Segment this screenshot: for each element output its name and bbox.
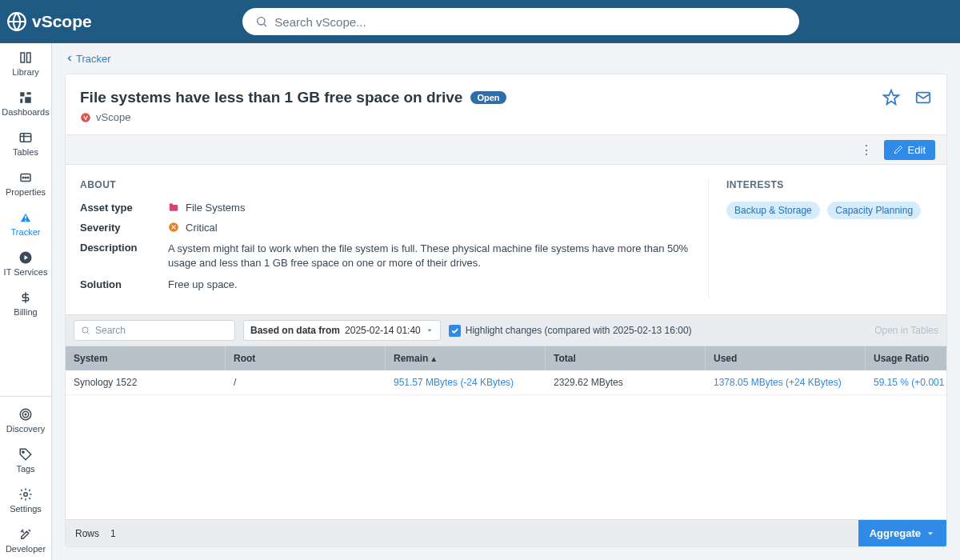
interest-chip[interactable]: Capacity Planning bbox=[827, 202, 921, 219]
subtitle: vScope bbox=[80, 111, 506, 123]
play-icon bbox=[18, 250, 33, 265]
edit-button[interactable]: Edit bbox=[884, 140, 935, 160]
global-search[interactable] bbox=[242, 8, 799, 35]
table-body: Synology 1522 / 951.57 MBytes (-24 KByte… bbox=[66, 370, 946, 519]
global-search-input[interactable] bbox=[274, 15, 786, 29]
app-logo[interactable]: vScope bbox=[6, 11, 92, 32]
svg-rect-6 bbox=[20, 98, 22, 102]
chevron-down-icon bbox=[926, 529, 935, 538]
toolbar: ⋮ Edit bbox=[66, 134, 946, 165]
cell-root: / bbox=[226, 370, 386, 394]
tools-icon bbox=[18, 527, 33, 542]
nav-properties[interactable]: Properties bbox=[0, 163, 51, 203]
svg-rect-7 bbox=[25, 97, 31, 103]
radar-icon bbox=[18, 407, 33, 422]
svg-rect-5 bbox=[27, 92, 31, 94]
critical-icon bbox=[168, 222, 179, 233]
library-icon bbox=[18, 50, 33, 65]
nav-dashboards[interactable]: Dashboards bbox=[0, 83, 51, 123]
breadcrumb[interactable]: Tracker bbox=[52, 43, 960, 74]
description-value: A system might fail to work when the fil… bbox=[168, 242, 689, 270]
chevron-left-icon bbox=[65, 54, 74, 63]
main-content: Tracker File systems have less than 1 GB… bbox=[52, 43, 960, 560]
tags-icon bbox=[18, 447, 33, 462]
tables-icon bbox=[18, 130, 33, 145]
dollar-icon bbox=[18, 290, 33, 305]
status-badge: Open bbox=[470, 91, 506, 104]
col-root[interactable]: Root bbox=[226, 346, 386, 370]
aggregate-button[interactable]: Aggregate bbox=[858, 520, 946, 547]
description-key: Description bbox=[80, 242, 168, 270]
solution-value: Free up space. bbox=[168, 278, 689, 290]
open-in-tables-link[interactable]: Open in Tables bbox=[874, 325, 938, 336]
nav-tags[interactable]: Tags bbox=[0, 440, 51, 480]
table-search[interactable] bbox=[74, 320, 235, 341]
folder-icon bbox=[168, 202, 179, 213]
rows-label: Rows bbox=[75, 528, 99, 539]
search-icon bbox=[81, 326, 90, 335]
nav-discovery[interactable]: Discovery bbox=[0, 400, 51, 440]
properties-icon bbox=[18, 170, 33, 185]
svg-rect-8 bbox=[20, 133, 31, 142]
data-date-select[interactable]: Based on data from 2025-02-14 01:40 bbox=[243, 320, 441, 341]
svg-point-11 bbox=[25, 177, 26, 178]
cell-used: 1378.05 MBytes (+24 KBytes) bbox=[706, 370, 866, 394]
top-bar: vScope bbox=[0, 0, 960, 43]
highlight-changes-checkbox[interactable]: Highlight changes (compared with 2025-02… bbox=[449, 325, 692, 337]
col-remain[interactable]: Remain▲ bbox=[386, 346, 546, 370]
solution-key: Solution bbox=[80, 278, 168, 290]
asset-type-value: File Systems bbox=[186, 202, 245, 214]
nav-tracker[interactable]: Tracker bbox=[0, 203, 51, 243]
col-total[interactable]: Total bbox=[546, 346, 706, 370]
checkbox-icon bbox=[449, 325, 461, 337]
severity-key: Severity bbox=[80, 222, 168, 234]
about-label: ABOUT bbox=[80, 179, 689, 190]
search-icon bbox=[255, 15, 268, 28]
app-name: vScope bbox=[32, 12, 92, 31]
svg-rect-2 bbox=[21, 53, 25, 62]
pencil-icon bbox=[894, 145, 903, 154]
col-system[interactable]: System bbox=[66, 346, 226, 370]
rows-count: 1 bbox=[110, 528, 116, 539]
tracker-icon bbox=[18, 210, 33, 225]
cell-ratio: 59.15 % (+0.001 p bbox=[866, 370, 946, 394]
cell-system: Synology 1522 bbox=[66, 370, 226, 394]
page-title: File systems have less than 1 GB free sp… bbox=[80, 89, 462, 106]
nav-settings[interactable]: Settings bbox=[0, 480, 51, 520]
nav-library[interactable]: Library bbox=[0, 43, 51, 83]
info-section: ABOUT Asset type File Systems Severity C… bbox=[66, 165, 946, 314]
interest-chip[interactable]: Backup & Storage bbox=[726, 202, 820, 219]
cell-total: 2329.62 MBytes bbox=[546, 370, 706, 394]
table-header: System Root Remain▲ Total Used Usage Rat… bbox=[66, 346, 946, 370]
nav-developer[interactable]: Developer bbox=[0, 520, 51, 560]
nav-it-services[interactable]: IT Services bbox=[0, 243, 51, 283]
chevron-down-icon bbox=[426, 326, 434, 334]
card-header: File systems have less than 1 GB free sp… bbox=[66, 74, 946, 134]
svg-point-12 bbox=[27, 177, 29, 178]
dashboards-icon bbox=[18, 90, 33, 105]
mail-icon[interactable] bbox=[914, 89, 932, 106]
table-footer: Rows 1 Aggregate bbox=[66, 519, 946, 546]
svg-point-1 bbox=[258, 18, 265, 25]
table-search-input[interactable] bbox=[95, 325, 228, 336]
gear-icon bbox=[18, 487, 33, 502]
filter-row: Based on data from 2025-02-14 01:40 High… bbox=[66, 314, 946, 346]
col-used[interactable]: Used bbox=[706, 346, 866, 370]
nav-billing[interactable]: Billing bbox=[0, 283, 51, 323]
cell-remain: 951.57 MBytes (-24 KBytes) bbox=[386, 370, 546, 394]
svg-rect-4 bbox=[20, 92, 24, 96]
star-icon[interactable] bbox=[882, 89, 900, 106]
svg-point-17 bbox=[22, 450, 24, 452]
col-ratio[interactable]: Usage Ratio bbox=[866, 346, 946, 370]
table-row[interactable]: Synology 1522 / 951.57 MBytes (-24 KByte… bbox=[66, 370, 946, 395]
interests-label: INTERESTS bbox=[726, 179, 932, 190]
vscope-small-icon bbox=[80, 112, 91, 123]
svg-rect-3 bbox=[27, 53, 31, 62]
tracker-card: File systems have less than 1 GB free sp… bbox=[65, 74, 947, 547]
svg-point-10 bbox=[22, 177, 24, 178]
more-menu-icon[interactable]: ⋮ bbox=[860, 142, 873, 158]
svg-point-16 bbox=[25, 414, 26, 415]
severity-value: Critical bbox=[186, 222, 218, 234]
svg-point-22 bbox=[82, 327, 88, 333]
nav-tables[interactable]: Tables bbox=[0, 123, 51, 163]
